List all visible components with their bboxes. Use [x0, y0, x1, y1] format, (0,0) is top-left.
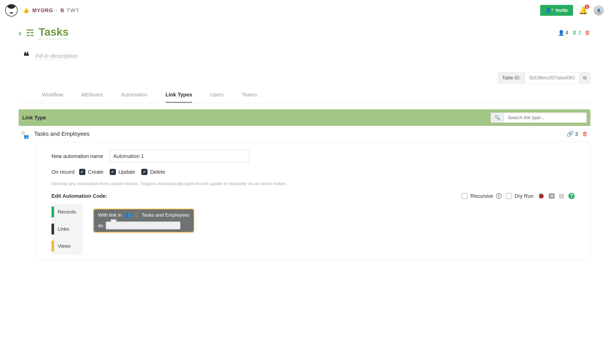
- docs-count[interactable]: 🗎 2: [572, 30, 581, 36]
- invite-button[interactable]: 👤⁺ Invite: [540, 5, 573, 16]
- table-id-box: Table ID: 5b538ecc857aba0061 ⧉: [498, 72, 590, 84]
- page-title[interactable]: Tasks: [39, 26, 69, 40]
- delete-label: Delete: [150, 169, 165, 175]
- code-canvas[interactable]: With link in 👥 ☶ Tasks and Employees do: [83, 203, 575, 255]
- create-label: Create: [88, 169, 103, 175]
- table-id-value: 5b538ecc857aba0061: [525, 73, 579, 83]
- category-links-label: Links: [58, 226, 69, 232]
- help-icon[interactable]: ?: [568, 193, 575, 199]
- delete-checkbox[interactable]: ✔: [141, 169, 147, 175]
- delete-button[interactable]: 🗑: [585, 29, 590, 36]
- link-type-name[interactable]: Tasks and Employees: [34, 131, 90, 137]
- category-records-label: Records: [58, 209, 76, 215]
- breadcrumb-project[interactable]: TWT: [67, 7, 79, 13]
- recursive-help-icon[interactable]: ?: [496, 193, 502, 199]
- automation-panel: New automation name On record ✔ Create ✔…: [36, 142, 590, 260]
- block-slot[interactable]: [106, 222, 180, 229]
- notification-badge: 6: [585, 5, 589, 9]
- helper-text: Develop any automation from custom block…: [51, 181, 575, 186]
- breadcrumb-org[interactable]: MYORG: [32, 7, 53, 13]
- app-logo[interactable]: [5, 4, 18, 17]
- breadcrumb: MYORG › B TWT: [32, 7, 79, 14]
- dry-run-checkbox[interactable]: [506, 193, 512, 199]
- js-icon[interactable]: JS: [549, 193, 555, 199]
- category-views-label: Views: [58, 243, 71, 249]
- tab-teams[interactable]: Teams: [242, 92, 257, 103]
- table-id-label: Table ID:: [498, 73, 525, 83]
- bug-icon[interactable]: 🐞: [538, 193, 545, 199]
- tab-automation[interactable]: Automation: [121, 92, 147, 103]
- thumbs-up-icon: 👍: [23, 7, 29, 13]
- tab-users[interactable]: Users: [210, 92, 224, 103]
- user-avatar[interactable]: 👤: [593, 5, 604, 16]
- category-views[interactable]: Views: [51, 238, 83, 255]
- edit-code-label: Edit Automation Code:: [51, 193, 107, 199]
- update-label: Update: [118, 169, 135, 175]
- search-input[interactable]: [504, 112, 587, 123]
- back-button[interactable]: ‹: [19, 28, 21, 38]
- note-icon[interactable]: ▤: [559, 193, 564, 199]
- chevron-right-icon: ›: [56, 7, 58, 14]
- recursive-label: Recursive: [470, 193, 493, 199]
- tab-link-types[interactable]: Link Types: [166, 92, 192, 103]
- description-input[interactable]: Fill in description: [35, 53, 78, 60]
- user-plus-icon: 👤⁺: [545, 7, 554, 13]
- block-do-label: do: [98, 222, 103, 229]
- invite-label: Invite: [556, 8, 568, 13]
- block-target-label: Tasks and Employees: [142, 212, 190, 218]
- block-with-link-label: With link in: [98, 212, 122, 218]
- search-icon: 🔍: [494, 115, 500, 120]
- people-icon: 👥: [125, 212, 131, 218]
- link-type-heading: Link Type: [22, 115, 46, 121]
- docs-count-value: 2: [578, 30, 581, 36]
- with-link-block[interactable]: With link in 👥 ☶ Tasks and Employees do: [93, 209, 195, 233]
- search-button[interactable]: 🔍: [491, 112, 504, 123]
- category-links[interactable]: Links: [51, 221, 83, 238]
- users-count-value: 4: [566, 30, 568, 36]
- document-icon: 🗎: [572, 30, 577, 36]
- tab-workflow[interactable]: Workflow: [42, 92, 63, 103]
- link-count-value: 3: [575, 131, 578, 137]
- delete-link-type-button[interactable]: 🗑: [582, 131, 588, 137]
- category-records[interactable]: Records: [51, 203, 83, 221]
- automation-name-input[interactable]: [109, 150, 249, 163]
- list-icon: ☶: [26, 28, 34, 38]
- block-categories: Records Links Views: [51, 203, 83, 255]
- dry-run-label: Dry Run: [515, 193, 533, 199]
- update-checkbox[interactable]: ✔: [110, 169, 116, 175]
- automation-name-label: New automation name: [51, 153, 103, 159]
- quote-icon: ❝: [23, 50, 29, 63]
- create-checkbox[interactable]: ✔: [79, 169, 85, 175]
- recursive-checkbox[interactable]: [462, 193, 468, 199]
- tab-attributes[interactable]: Attributes: [81, 92, 103, 103]
- tabs: Workflow Attributes Automation Link Type…: [19, 86, 590, 103]
- link-count[interactable]: 🔗 3: [567, 131, 578, 137]
- people-mini-icon: 👥: [24, 134, 29, 139]
- on-record-label: On record: [51, 169, 75, 175]
- user-icon: 👤: [558, 30, 565, 36]
- project-letter-icon: B: [60, 7, 64, 14]
- link-icon: 🔗: [567, 131, 574, 137]
- copy-button[interactable]: ⧉: [579, 73, 590, 83]
- notifications-button[interactable]: 🔔 6: [579, 6, 588, 15]
- users-count[interactable]: 👤 4: [558, 30, 568, 36]
- list-icon: ☶: [134, 212, 139, 218]
